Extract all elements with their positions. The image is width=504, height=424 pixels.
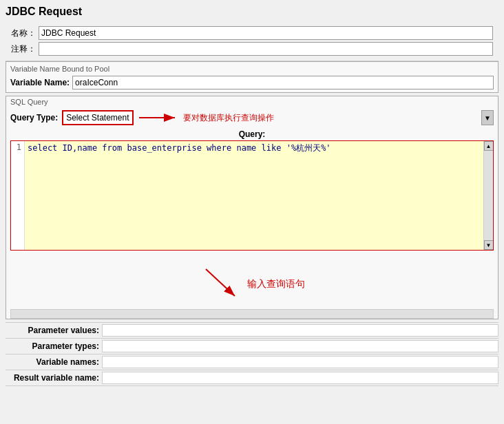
scroll-up-button[interactable]: ▲ [484,141,494,151]
variable-names-row: Variable names: [6,354,498,370]
query-code-area[interactable]: select ID,name from base_enterprise wher… [25,141,483,250]
name-label: 名称： [11,28,39,39]
param-types-input[interactable] [102,340,498,352]
result-variable-row: Result variable name: [6,370,498,386]
page-container: JDBC Request 名称： 注释： Variable Name Bound… [0,0,504,392]
scroll-up-icon: ▲ [486,143,492,149]
variable-names-input[interactable] [102,356,498,368]
query-type-label: Query Type: [10,113,58,123]
query-scrollbar: ▲ ▼ [483,141,493,250]
line-numbers: 1 [11,141,25,250]
var-name-input[interactable] [72,76,494,89]
dropdown-arrow-icon: ▼ [484,114,491,122]
query-type-row: Query Type: Select Statement 要 [6,107,498,128]
param-values-input[interactable] [102,324,498,337]
svg-line-3 [206,269,235,296]
param-values-label: Parameter values: [6,326,102,335]
query-annotation-row: 输入查询语句 [13,266,491,302]
bottom-params-section: Parameter values: Parameter types: Varia… [6,322,498,386]
name-row: 名称： [11,26,493,40]
param-values-row: Parameter values: [6,323,498,339]
comment-row: 注释： [11,42,493,56]
query-type-annotation-text: 要对数据库执行查询操作 [183,112,274,124]
page-title: JDBC Request [6,6,498,18]
var-name-label: Variable Name: [10,78,70,87]
variable-pool-title: Variable Name Bound to Pool [10,65,494,73]
comment-input[interactable] [39,42,493,56]
bottom-scrollbar[interactable] [10,309,494,319]
dropdown-arrow-button[interactable]: ▼ [481,110,494,125]
annotation-area: 输入查询语句 [6,252,498,309]
query-type-value: Select Statement [66,113,129,123]
param-types-label: Parameter types: [6,341,102,351]
name-input[interactable] [39,26,493,40]
comment-label: 注释： [11,43,39,55]
var-name-row: Variable Name: [10,76,494,89]
result-variable-input[interactable] [102,372,498,384]
query-code-text: select ID,name from base_enterprise wher… [28,143,331,153]
header-fields: 名称： 注释： [6,23,498,61]
right-arrow-icon [138,111,179,125]
param-types-row: Parameter types: [6,339,498,354]
scroll-down-icon: ▼ [486,242,492,248]
line-number-1: 1 [14,142,21,152]
sql-query-section: SQL Query Query Type: Select Statement [6,96,498,319]
query-annotation-text: 输入查询语句 [247,278,305,290]
scroll-down-button[interactable]: ▼ [484,240,494,250]
variable-pool-section: Variable Name Bound to Pool Variable Nam… [6,61,498,93]
variable-names-label: Variable names: [6,357,102,367]
query-editor-container: 1 select ID,name from base_enterprise wh… [10,140,494,251]
query-type-annotation-area: 要对数据库执行查询操作 [138,111,477,125]
query-type-dropdown[interactable]: Select Statement [62,110,133,125]
result-variable-label: Result variable name: [6,373,102,383]
diagonal-arrow-icon [199,266,240,302]
sql-section-title: SQL Query [6,96,498,107]
query-area-wrapper: Query: 1 select ID,name from base_enterp… [6,128,498,252]
query-label: Query: [10,129,494,139]
